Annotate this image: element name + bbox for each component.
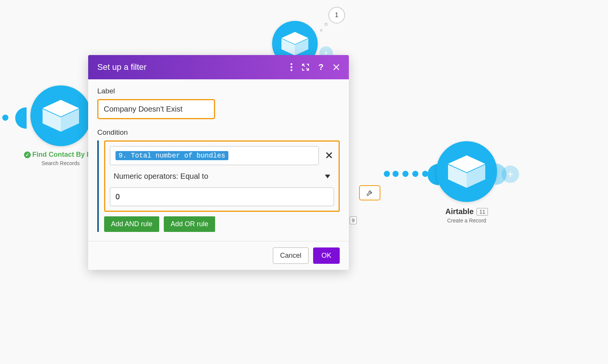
- modal-expand-button[interactable]: [302, 63, 309, 71]
- filter-wrench-badge[interactable]: [359, 185, 380, 200]
- node-sublabel: Search Records: [41, 160, 79, 166]
- node-title-text: Airtable: [445, 207, 473, 216]
- node-title: Airtable 11: [445, 207, 488, 216]
- modal-title: Set up a filter: [97, 62, 147, 72]
- modal-footer: Cancel OK: [88, 241, 349, 270]
- x-icon: [326, 152, 332, 159]
- modal-header: Set up a filter ?: [88, 55, 349, 79]
- wrench-icon: [366, 189, 374, 197]
- condition-value: 0: [116, 192, 120, 201]
- bubble-dot: [325, 23, 328, 26]
- svg-marker-13: [325, 175, 330, 178]
- connector-dot: [384, 171, 390, 177]
- expand-icon: [302, 63, 309, 71]
- count-badge: 1: [328, 7, 345, 24]
- svg-text:?: ?: [318, 63, 323, 71]
- side-count-value: 9: [352, 217, 355, 223]
- operator-select[interactable]: Numeric operators: Equal to: [110, 170, 334, 183]
- node-action: Create a Record: [447, 217, 486, 224]
- close-icon: [333, 64, 340, 71]
- add-and-rule-button[interactable]: Add AND rule: [104, 216, 159, 232]
- canvas-node-right[interactable]: Airtable 11 Create a Record: [417, 141, 497, 224]
- filter-modal: Set up a filter ? Label Condition: [88, 55, 349, 270]
- node-label: ✓ Find Contact By Em: [24, 151, 97, 159]
- canvas-node-left[interactable]: ✓ Find Contact By Em Search Records: [24, 85, 97, 166]
- condition-bar: [97, 140, 99, 232]
- box-icon: [281, 32, 309, 55]
- condition-card: 9. Total number of bundles Numeric opera…: [104, 140, 340, 212]
- remove-condition-button[interactable]: [324, 150, 334, 161]
- condition-value-input[interactable]: 0: [110, 188, 334, 206]
- condition-token-input[interactable]: 9. Total number of bundles: [110, 146, 319, 165]
- box-icon: [448, 155, 485, 188]
- cancel-button[interactable]: Cancel: [273, 247, 309, 264]
- check-icon: ✓: [24, 151, 31, 158]
- count-badge-value: 1: [335, 12, 339, 19]
- more-vert-icon: [290, 63, 293, 71]
- node-label-text: Find Contact By Em: [32, 151, 97, 159]
- modal-help-button[interactable]: ?: [318, 63, 324, 71]
- svg-point-10: [291, 66, 293, 68]
- svg-point-11: [291, 69, 293, 71]
- box-icon: [43, 100, 79, 132]
- help-icon: ?: [318, 63, 324, 71]
- operator-label: Numeric operators: Equal to: [114, 172, 208, 181]
- condition-field-label: Condition: [97, 128, 340, 137]
- filter-label-input[interactable]: [97, 99, 215, 119]
- side-count-badge: 9: [350, 216, 357, 224]
- ok-button[interactable]: OK: [313, 247, 340, 264]
- add-connector[interactable]: +: [502, 165, 519, 183]
- add-or-rule-button[interactable]: Add OR rule: [164, 216, 215, 232]
- condition-token: 9. Total number of bundles: [116, 151, 228, 160]
- modal-body: Label Condition 9. Total number of bundl…: [88, 79, 349, 241]
- svg-point-9: [291, 63, 293, 65]
- modal-menu-button[interactable]: [290, 63, 293, 71]
- connector-dot: [2, 115, 8, 121]
- caret-down-icon: [325, 175, 330, 178]
- label-field-label: Label: [97, 87, 340, 95]
- node-count: 11: [477, 208, 488, 216]
- bubble-dot: [320, 29, 322, 32]
- modal-close-button[interactable]: [333, 64, 340, 71]
